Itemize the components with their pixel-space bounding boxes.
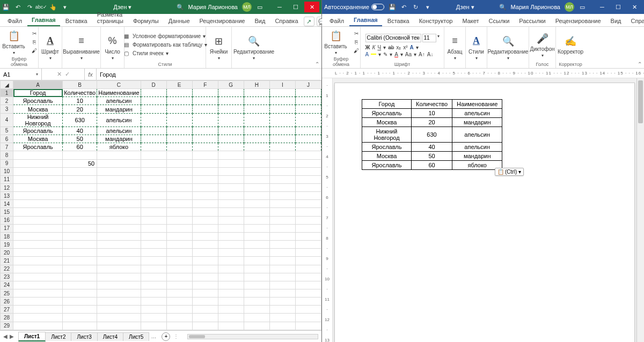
row-header[interactable]: 29 (1, 322, 13, 330)
col-header[interactable]: C (97, 81, 141, 89)
cell[interactable]: Количество (63, 89, 97, 97)
spreadsheet-grid[interactable]: ◢ A B C D E F G H I J 1ГородКоличествоНа… (0, 80, 321, 330)
tab-layout[interactable]: Разметка страницы (93, 9, 128, 26)
row-header[interactable]: 3 (1, 105, 13, 113)
row-header[interactable]: 1 (1, 89, 13, 97)
col-header[interactable]: I (269, 81, 295, 89)
tab-view[interactable]: Вид (250, 16, 269, 26)
cell[interactable]: 50 (63, 159, 97, 167)
format-as-table[interactable]: ▤Форматировать как таблицу ▾ (123, 41, 207, 49)
row-header[interactable]: 20 (1, 249, 13, 257)
row-header[interactable]: 9 (1, 159, 13, 167)
table-header[interactable]: Город (362, 100, 412, 109)
tab-data[interactable]: Данные (164, 16, 194, 26)
row-header[interactable]: 28 (1, 314, 13, 322)
autosave-toggle[interactable]: Автосохранение (324, 4, 384, 10)
hscroll[interactable]: ◀ (187, 334, 318, 339)
cell[interactable]: Москва (13, 135, 63, 143)
search-icon[interactable]: 🔍 (177, 3, 184, 11)
sheet-tab[interactable]: Лист5 (123, 332, 149, 341)
vscroll[interactable] (636, 78, 644, 342)
table-cell[interactable]: Нижний Новгород (362, 127, 412, 143)
col-header[interactable]: F (192, 81, 218, 89)
avatar[interactable]: МЛ (565, 2, 574, 12)
format-painter-icon[interactable]: 🖌 (353, 47, 360, 55)
para-group[interactable]: ≡Абзац▾ (445, 34, 464, 62)
collapse-ribbon-icon[interactable]: ⌃ (315, 61, 319, 67)
close-icon[interactable]: ✕ (627, 2, 642, 12)
format-painter-icon[interactable]: 🖌 (31, 47, 38, 55)
tab-design[interactable]: Конструктор (415, 16, 457, 26)
sheet-tab[interactable]: Лист1 (18, 332, 46, 341)
col-header[interactable]: D (141, 81, 166, 89)
spellcheck-icon[interactable]: abc✓ (38, 3, 45, 11)
table-header[interactable]: Количество (412, 100, 452, 109)
qat-more-icon[interactable]: ▾ (424, 3, 431, 11)
cut-icon[interactable]: ✂ (353, 30, 360, 38)
table-header[interactable]: Наименование (452, 100, 502, 109)
table-cell[interactable]: мандарин (452, 152, 502, 161)
col-header[interactable]: A (13, 81, 63, 89)
tab-file[interactable]: Файл (325, 16, 348, 26)
row-header[interactable]: 8 (1, 151, 13, 159)
table-cell[interactable]: апельсин (452, 109, 502, 118)
conditional-formatting[interactable]: ▦Условное форматирование ▾ (123, 33, 206, 40)
row-header[interactable]: 27 (1, 306, 13, 314)
table-cell[interactable]: мандарин (452, 118, 502, 127)
col-header[interactable]: E (166, 81, 192, 89)
cell[interactable]: 40 (63, 127, 97, 135)
row-header[interactable]: 10 (1, 167, 13, 175)
tab-layout[interactable]: Макет (458, 16, 483, 26)
paste-options-smarttag[interactable]: 📋 (Ctrl) ▾ (495, 168, 524, 176)
cell[interactable]: апельсин (97, 97, 141, 105)
table-cell[interactable]: 50 (412, 152, 452, 161)
name-box[interactable]: A1▾ (0, 69, 42, 80)
col-header[interactable]: G (218, 81, 244, 89)
row-header[interactable]: 11 (1, 175, 13, 183)
cell[interactable]: Наименование (97, 89, 141, 97)
align-group[interactable]: ≡Выравнивание▾ (61, 34, 102, 62)
table-cell[interactable]: 20 (412, 118, 452, 127)
table-cell[interactable]: апельсин (452, 143, 502, 152)
cell[interactable]: апельсин (97, 113, 141, 127)
row-header[interactable]: 19 (1, 241, 13, 249)
cell[interactable]: Москва (13, 105, 63, 113)
row-header[interactable]: 24 (1, 281, 13, 289)
cell[interactable]: Нижний Новгород (13, 113, 63, 127)
cell[interactable]: 630 (63, 113, 97, 127)
row-header[interactable]: 23 (1, 273, 13, 281)
tab-formulas[interactable]: Формулы (129, 16, 163, 26)
number-group[interactable]: %Число▾ (103, 34, 122, 62)
italic-icon[interactable]: К (372, 44, 376, 50)
sheet-prev-icon[interactable]: ◀ (3, 333, 8, 339)
paste-button[interactable]: 📋Вставить▾ (322, 28, 349, 56)
dictate-button[interactable]: 🎤Диктофон▾ (528, 31, 557, 59)
share-icon[interactable]: ↗ (304, 17, 314, 26)
save-icon[interactable]: 💾 (2, 3, 10, 11)
underline-icon[interactable]: Ч (377, 44, 381, 50)
tab-review[interactable]: Рецензирование (195, 16, 250, 26)
redo-icon[interactable]: ↻ (412, 3, 420, 11)
cut-icon[interactable]: ✂ (31, 30, 38, 38)
cell[interactable]: 60 (63, 143, 97, 151)
copy-icon[interactable]: ⎘ (353, 39, 360, 46)
sheet-next-icon[interactable]: ▶ (10, 333, 14, 339)
bold-icon[interactable]: Ж (365, 44, 370, 50)
tab-review[interactable]: Рецензирование (551, 16, 605, 26)
font-size-input[interactable] (422, 34, 436, 42)
table-cell[interactable]: Ярославль (362, 109, 412, 118)
table-cell[interactable]: Ярославль (362, 143, 412, 152)
cell[interactable]: Ярославль (13, 127, 63, 135)
cell[interactable]: 10 (63, 97, 97, 105)
collapse-ribbon-icon[interactable]: ⌃ (638, 61, 642, 67)
qat-more-icon[interactable]: ▾ (61, 3, 69, 11)
search-icon[interactable]: 🔍 (499, 3, 507, 11)
table-cell[interactable]: 10 (412, 109, 452, 118)
tab-help[interactable]: Справка (627, 16, 644, 26)
select-all[interactable]: ◢ (1, 81, 13, 89)
row-header[interactable]: 14 (1, 200, 13, 208)
col-header[interactable]: J (295, 81, 321, 89)
subscript-icon[interactable]: x₂ (396, 44, 401, 50)
tab-references[interactable]: Ссылки (485, 16, 514, 26)
tab-file[interactable]: Файл (3, 16, 26, 26)
